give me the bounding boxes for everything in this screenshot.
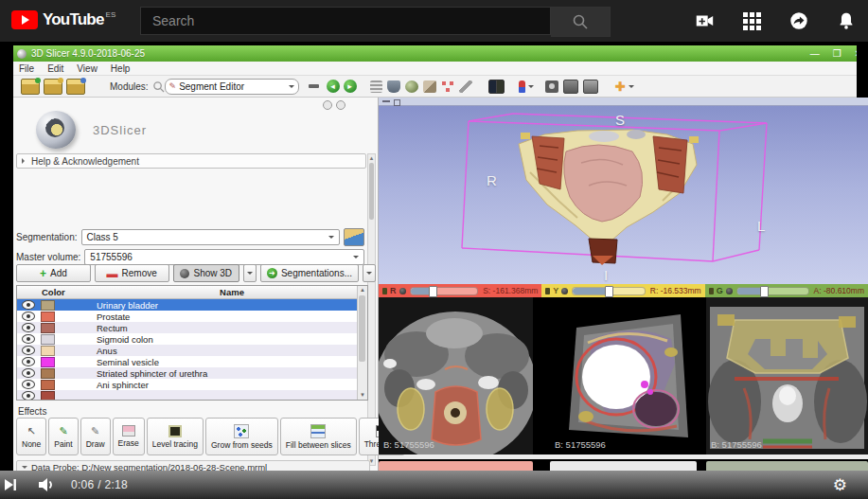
module-back-icon[interactable]: ◂ [327, 80, 340, 93]
slice-offset-slider[interactable] [736, 287, 809, 295]
visibility-eye-icon[interactable] [22, 380, 35, 389]
ruler-icon[interactable] [459, 80, 472, 93]
apps-grid-icon[interactable] [741, 10, 762, 31]
show-3d-dropdown[interactable] [243, 264, 257, 282]
yellow-slice-view[interactable]: B: 51755596 [550, 297, 697, 454]
markups-dropdown-icon[interactable] [528, 85, 534, 91]
segment-row[interactable]: Ani sphincter [17, 379, 367, 390]
effect-fill-between-slices-button[interactable]: Fill between slices [280, 418, 357, 455]
scroll-thumb[interactable] [369, 163, 374, 220]
effect-none-button[interactable]: ↖None [16, 418, 46, 455]
menu-view[interactable]: View [77, 63, 97, 74]
remove-segment-button[interactable]: ▬ Remove [95, 264, 169, 282]
panel-pin-icon[interactable] [323, 100, 332, 110]
view3d-controller-bar[interactable] [379, 98, 868, 106]
sparkle-dropdown-icon[interactable] [629, 85, 634, 91]
visibility-eye-icon[interactable] [22, 312, 35, 321]
red-slice-view[interactable]: B: 51755596 [379, 297, 533, 454]
effect-grow-from-seeds-button[interactable]: Grow from seeds [205, 418, 278, 455]
effect-erase-button[interactable]: Erase [113, 418, 145, 455]
slice-visibility-icon[interactable] [726, 288, 733, 294]
segment-color-chip[interactable] [41, 323, 55, 333]
segment-row[interactable]: Striated sphincter of urethra [17, 367, 367, 379]
segment-color-chip[interactable] [41, 300, 55, 311]
notifications-bell-icon[interactable] [836, 10, 857, 31]
add-segment-button[interactable]: + Add [16, 264, 91, 282]
volume-cube-icon[interactable] [423, 80, 436, 93]
segment-color-chip[interactable] [41, 380, 55, 390]
segment-row[interactable]: Anus [17, 345, 367, 356]
slice-offset-slider[interactable] [572, 287, 645, 295]
effect-draw-button[interactable]: ✎Draw [80, 418, 111, 455]
segment-row[interactable]: Seminal vesicle [17, 356, 367, 367]
segmentations-dropdown[interactable] [363, 264, 376, 282]
segment-row[interactable]: Urinary bladder [17, 299, 367, 311]
module-history-pin-icon[interactable] [309, 84, 319, 88]
scroll-up-icon[interactable]: ▲ [368, 154, 375, 162]
markups-pin-icon[interactable] [519, 80, 525, 93]
segment-row[interactable]: Rectum [17, 322, 367, 333]
menu-edit[interactable]: Edit [47, 63, 63, 74]
visibility-eye-icon[interactable] [22, 357, 35, 366]
scene-sphere-icon[interactable] [405, 80, 418, 93]
extensions-sparkle-icon[interactable]: ✚ [614, 80, 626, 93]
slider-thumb[interactable] [605, 286, 613, 297]
extensions-manager-icon[interactable] [387, 80, 400, 93]
segment-color-chip[interactable] [41, 334, 55, 345]
segment-color-chip[interactable] [41, 346, 55, 356]
settings-gear-icon[interactable]: ⚙ [833, 474, 847, 495]
slice-pin-icon[interactable] [545, 288, 550, 294]
screenshot-camera-icon[interactable] [545, 80, 558, 93]
segmentations-button[interactable]: ➜ Segmentations... [260, 264, 359, 282]
module-selector[interactable]: ✎ Segment Editor [165, 79, 299, 95]
slice-offset-slider[interactable] [410, 287, 479, 295]
load-dicom-icon[interactable] [44, 79, 62, 95]
segmentation-node-icon[interactable] [344, 228, 364, 246]
module-forward-icon[interactable]: ▸ [344, 80, 357, 93]
next-video-button[interactable] [3, 477, 18, 492]
segment-color-chip[interactable] [41, 368, 55, 379]
show-3d-button[interactable]: Show 3D [173, 264, 239, 282]
green-slice-view[interactable]: B: 51755596 [706, 297, 868, 454]
effect-level-tracing-button[interactable]: Level tracing [147, 418, 204, 455]
add-data-icon[interactable] [21, 79, 40, 95]
menu-help[interactable]: Help [111, 63, 131, 74]
search-button[interactable] [551, 7, 611, 37]
segment-color-chip[interactable] [41, 312, 55, 322]
slice-pin-icon[interactable] [709, 288, 714, 294]
segment-color-chip[interactable] [41, 357, 55, 367]
create-video-icon[interactable] [694, 10, 715, 31]
slice-visibility-icon[interactable] [561, 288, 568, 294]
view-3d[interactable]: S R L I [379, 106, 868, 284]
visibility-eye-icon[interactable] [22, 391, 35, 401]
visibility-eye-icon[interactable] [22, 346, 35, 355]
slice-pin-icon[interactable] [382, 288, 387, 294]
save-data-icon[interactable] [66, 79, 85, 95]
help-acknowledgement-section[interactable]: Help & Acknowledgement [16, 153, 366, 169]
search-input[interactable] [140, 7, 551, 35]
segmentation-combo[interactable]: Class 5 [81, 229, 341, 245]
visibility-eye-icon[interactable] [22, 334, 35, 344]
slider-thumb[interactable] [760, 286, 769, 297]
minimize-button[interactable]: — [810, 48, 820, 59]
layout-grid-icon[interactable] [488, 80, 505, 94]
effect-paint-button[interactable]: ✎Paint [48, 418, 78, 455]
messages-icon[interactable] [788, 10, 809, 31]
maximize-button[interactable]: ❐ [833, 48, 841, 59]
module-history-icon[interactable] [370, 80, 382, 93]
segment-row[interactable] [17, 390, 367, 401]
slider-thumb[interactable] [429, 286, 437, 297]
panel-menu-icon[interactable] [336, 100, 345, 110]
visibility-eye-icon[interactable] [22, 368, 35, 378]
segment-row[interactable]: Prostate [17, 311, 367, 322]
volume-button[interactable] [37, 476, 58, 493]
master-volume-combo[interactable]: 51755596 [84, 249, 364, 265]
table-scrollbar[interactable]: ▲▼ [357, 286, 367, 400]
share-nodes-icon[interactable] [441, 80, 454, 93]
menu-file[interactable]: File [19, 63, 34, 74]
scene-view-icon[interactable] [563, 80, 578, 94]
segment-row[interactable]: Sigmoid colon [17, 333, 367, 345]
scene-view-restore-icon[interactable] [583, 80, 598, 94]
module-search-icon[interactable] [152, 80, 165, 93]
slice-visibility-icon[interactable] [399, 288, 406, 294]
